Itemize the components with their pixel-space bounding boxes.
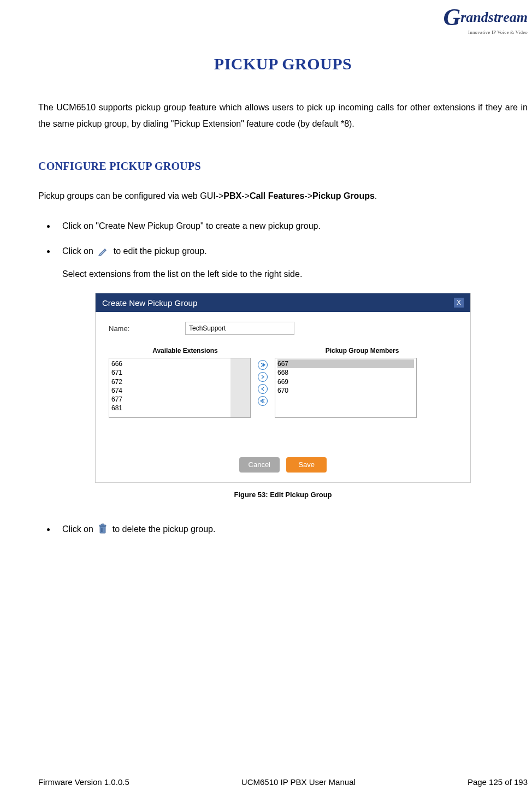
name-label: Name: [109, 324, 185, 333]
path-call-features: Call Features [250, 191, 304, 200]
list-item[interactable]: 671 [111, 368, 248, 377]
bullet-create: Click on "Create New Pickup Group" to cr… [56, 220, 528, 233]
config-path-sentence: Pickup groups can be configured via web … [38, 191, 528, 201]
dialog-header: Create New Pickup Group X [96, 293, 470, 312]
available-header: Available Extensions [109, 347, 262, 355]
list-item[interactable]: 670 [277, 386, 414, 395]
path-pickup-groups: Pickup Groups [312, 191, 375, 200]
footer-manual: UCM6510 IP PBX User Manual [241, 777, 356, 787]
brand-g: G [443, 4, 460, 31]
save-button[interactable]: Save [286, 457, 327, 473]
list-item[interactable]: 672 [111, 377, 248, 386]
name-input[interactable] [185, 322, 294, 335]
bullet-delete-post: to delete the pickup group. [113, 524, 216, 534]
figure-dialog: Create New Pickup Group X Name: Availabl… [95, 293, 471, 483]
bullet-edit-sub: Select extensions from the list on the l… [62, 268, 528, 281]
list-item[interactable]: 674 [111, 386, 248, 395]
members-listbox[interactable]: 667 668 669 670 [275, 358, 417, 418]
bullet-edit-pre: Click on [62, 246, 93, 256]
cancel-button[interactable]: Cancel [239, 457, 280, 473]
section-heading: CONFIGURE PICKUP GROUPS [38, 160, 528, 173]
trash-icon [98, 523, 108, 538]
path-pbx: PBX [223, 191, 241, 200]
members-header: Pickup Group Members [286, 347, 439, 355]
list-item[interactable]: 677 [111, 395, 248, 404]
brand-logo: Grandstream Innovative IP Voice & Video [443, 5, 528, 35]
footer-firmware: Firmware Version 1.0.0.5 [38, 777, 129, 787]
pencil-icon [98, 247, 109, 260]
brand-rest: randstream [460, 9, 528, 25]
bullet-edit: Click on to edit the pickup group. Selec… [56, 245, 528, 281]
intro-paragraph: The UCM6510 supports pickup group featur… [38, 99, 528, 132]
bullet-edit-post: to edit the pickup group. [114, 246, 207, 256]
svg-rect-2 [102, 524, 104, 526]
bullet-delete: Click on to delete the pickup group. [56, 523, 528, 538]
close-button[interactable]: X [454, 298, 464, 308]
config-pre: Pickup groups can be configured via web … [38, 191, 223, 200]
list-item[interactable]: 668 [277, 368, 414, 377]
move-left-button[interactable] [258, 384, 268, 394]
dialog-title: Create New Pickup Group [102, 298, 197, 308]
page-title: PICKUP GROUPS [38, 55, 528, 73]
bullet-delete-pre: Click on [62, 524, 93, 534]
move-all-right-button[interactable] [258, 360, 268, 370]
footer-page: Page 125 of 193 [468, 777, 528, 787]
list-item[interactable]: 681 [111, 404, 248, 412]
list-item[interactable]: 669 [277, 377, 414, 386]
page-footer: Firmware Version 1.0.0.5 UCM6510 IP PBX … [38, 777, 528, 787]
figure-caption: Figure 53: Edit Pickup Group [38, 491, 528, 499]
available-listbox[interactable]: 666 671 672 674 677 681 [109, 358, 251, 418]
move-all-left-button[interactable] [258, 396, 268, 406]
move-right-button[interactable] [258, 372, 268, 382]
list-item[interactable]: 666 [111, 359, 248, 368]
list-item[interactable]: 667 [277, 359, 414, 368]
